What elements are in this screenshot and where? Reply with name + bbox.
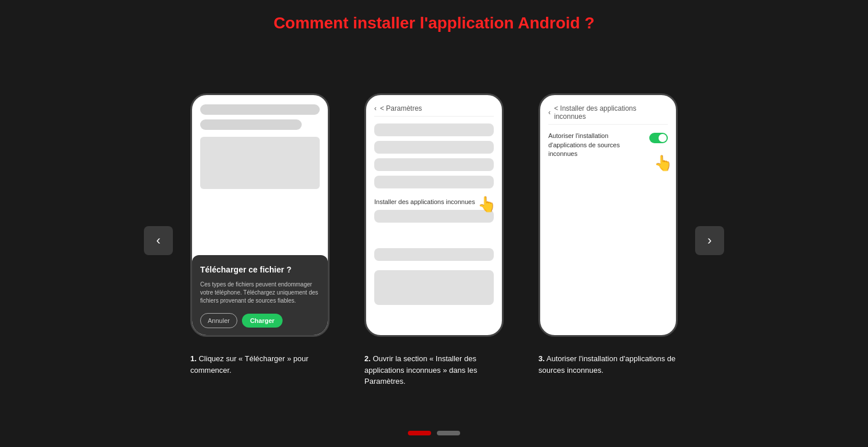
chevron-left-icon-2: ‹ — [374, 104, 377, 112]
menu-row-3 — [374, 158, 494, 171]
dot-2[interactable] — [437, 431, 460, 435]
install-bar — [374, 210, 494, 223]
menu-row-1 — [374, 123, 494, 136]
toggle-row: Autoriser l'installation d'applications … — [548, 132, 668, 158]
phone-header-text-2: < Paramètres — [380, 104, 422, 112]
install-text: Installer des applications inconnues — [374, 198, 494, 206]
hand-pointer-icon-3: 👆 — [654, 154, 672, 172]
prev-button[interactable]: ‹ — [144, 226, 173, 255]
phone-bar-1 — [200, 104, 320, 115]
dialog-text: Ces types de fichiers peuvent endommager… — [200, 281, 320, 305]
slide-3: ‹ < Installer des applications inconnues… — [533, 93, 683, 376]
phone-mockup-2: ‹ < Paramètres Installer des application… — [364, 93, 504, 337]
dots-container — [408, 431, 460, 435]
step-3-desc: 3. Autoriser l'installation d'applicatio… — [538, 353, 678, 376]
dialog-title: Télécharger ce fichier ? — [200, 264, 320, 275]
step-2-number: 2. — [364, 354, 371, 363]
page-title: Comment installer l'application Android … — [273, 14, 594, 32]
dot-1[interactable] — [408, 431, 431, 435]
annuler-button[interactable]: Annuler — [200, 313, 237, 328]
menu-row-4 — [374, 176, 494, 188]
phone-header-2: ‹ < Paramètres — [374, 104, 494, 117]
phone-image-1 — [200, 137, 320, 189]
phone-bar-2 — [200, 119, 302, 130]
step-1-desc: 1. Cliquez sur « Télécharger » pour comm… — [190, 353, 330, 376]
dialog-buttons: Annuler Charger — [200, 313, 320, 328]
carousel-wrapper: ‹ Télécharger ce fichier ? Ces types de … — [0, 56, 868, 425]
phone-mockup-1: Télécharger ce fichier ? Ces types de fi… — [190, 93, 330, 337]
menu-row-6 — [374, 270, 494, 305]
step-3-number: 3. — [538, 354, 545, 363]
toggle-text: Autoriser l'installation d'applications … — [548, 132, 649, 158]
slides-container: Télécharger ce fichier ? Ces types de fi… — [185, 93, 683, 387]
menu-row-5 — [374, 248, 494, 261]
hand-pointer-icon-2: 👆 — [478, 195, 496, 213]
bottom-section — [0, 425, 868, 447]
step-3-text: Autoriser l'installation d'applications … — [538, 354, 675, 375]
phone-mockup-3: ‹ < Installer des applications inconnues… — [538, 93, 678, 337]
step-1-text: Cliquez sur « Télécharger » pour commenc… — [190, 354, 309, 375]
slide-2: ‹ < Paramètres Installer des application… — [359, 93, 509, 387]
install-section: Installer des applications inconnues 👆 — [374, 198, 494, 222]
charger-button[interactable]: Charger — [242, 314, 283, 328]
dialog-box: Télécharger ce fichier ? Ces types de fi… — [192, 255, 328, 335]
toggle-switch[interactable] — [649, 133, 668, 143]
phone-header-3: ‹ < Installer des applications inconnues — [548, 104, 668, 125]
slide-1: Télécharger ce fichier ? Ces types de fi… — [185, 93, 335, 376]
step-2-desc: 2. Ouvrir la section « Installer des app… — [364, 353, 504, 387]
phone-header-text-3: < Installer des applications inconnues — [554, 104, 668, 121]
step-2-text: Ouvrir la section « Installer des applic… — [364, 354, 477, 386]
menu-row-2 — [374, 141, 494, 154]
chevron-left-icon-3: ‹ — [548, 108, 551, 117]
next-button[interactable]: › — [695, 226, 724, 255]
step-1-number: 1. — [190, 354, 197, 363]
